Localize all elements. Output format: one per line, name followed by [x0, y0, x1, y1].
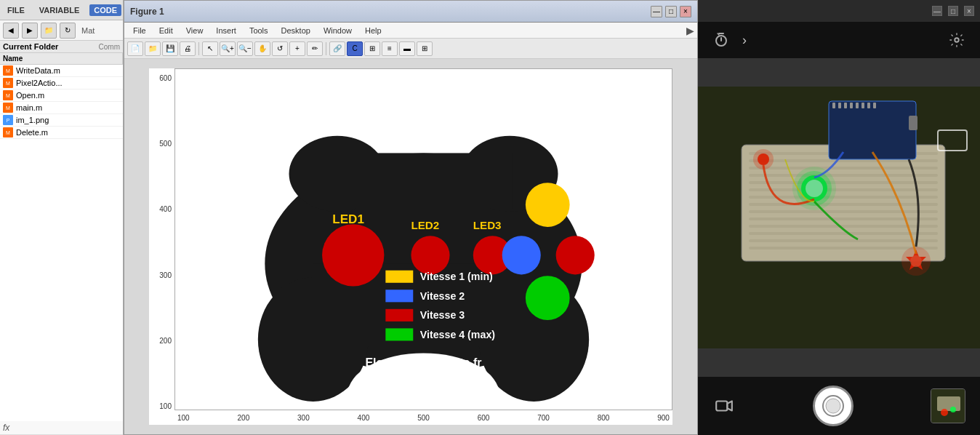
- name-col-header: Name: [0, 53, 123, 64]
- electronics-photo: [698, 58, 980, 377]
- y-label: 300: [159, 271, 172, 279]
- file-name: main.m: [16, 103, 42, 112]
- shutter-button[interactable]: [813, 386, 854, 426]
- img-file-icon: P: [3, 115, 13, 125]
- list-item[interactable]: M Pixel2Actio...: [0, 77, 123, 89]
- list-item[interactable]: P im_1.png: [0, 114, 123, 127]
- x-axis: 100 200 300 400 500 600 700 800 900: [174, 410, 672, 425]
- open-folder-button[interactable]: 📁: [41, 23, 57, 39]
- file-name: WriteData.m: [16, 66, 60, 75]
- grid-button[interactable]: ⊞: [417, 41, 433, 56]
- svg-point-28: [955, 38, 959, 42]
- svg-point-12: [526, 183, 570, 227]
- led3-label: LED3: [473, 219, 502, 231]
- x-label: 200: [238, 414, 250, 422]
- pan-button[interactable]: ✋: [254, 41, 270, 56]
- new-figure-button[interactable]: 📄: [127, 41, 143, 56]
- svg-rect-71: [937, 396, 960, 411]
- list-item[interactable]: M main.m: [0, 102, 123, 114]
- svg-point-13: [502, 236, 541, 274]
- current-folder-label: Current Folder: [3, 42, 58, 51]
- figure-canvas-area: 600 500 400 300 200 100: [124, 59, 697, 434]
- x-label: 100: [177, 414, 190, 422]
- arrow-tool-button[interactable]: ↖: [202, 41, 218, 56]
- minimize-button[interactable]: —: [651, 6, 662, 17]
- x-label: 400: [358, 414, 370, 422]
- refresh-button[interactable]: ↻: [60, 23, 76, 39]
- toggle-button[interactable]: ⊞: [364, 41, 380, 56]
- camera-top-bar: ›: [698, 22, 980, 58]
- tab-file[interactable]: FILE: [3, 4, 29, 16]
- figure-window: Figure 1 — □ × File Edit View Insert Too…: [124, 0, 698, 435]
- settings-button[interactable]: [945, 28, 968, 52]
- command-area-label: Comm: [99, 43, 120, 51]
- camera-titlebar: — □ ×: [698, 0, 980, 22]
- cam-minimize-button[interactable]: —: [932, 6, 942, 16]
- open-button[interactable]: 📁: [145, 41, 161, 56]
- svg-point-73: [950, 407, 956, 412]
- plot-area: LED1 LED2 LED3 Vitesse 1 (min) Vitesse 2…: [174, 68, 672, 425]
- forward-button[interactable]: ▶: [22, 23, 38, 39]
- x-label: 300: [297, 414, 310, 422]
- y-label: 200: [159, 337, 172, 345]
- menu-desktop[interactable]: Desktop: [276, 25, 316, 36]
- cam-close-button[interactable]: ×: [964, 6, 974, 16]
- color-button[interactable]: C: [347, 41, 363, 56]
- figure-titlebar: Figure 1 — □ ×: [124, 1, 697, 23]
- fx-label: fx: [3, 423, 9, 433]
- list-item[interactable]: M WriteData.m: [0, 65, 123, 77]
- list-item[interactable]: M Open.m: [0, 89, 123, 102]
- svg-point-14: [556, 236, 595, 274]
- menu-help[interactable]: Help: [359, 25, 387, 36]
- figure-menubar: File Edit View Insert Tools Desktop Wind…: [124, 23, 697, 39]
- close-button[interactable]: ×: [680, 6, 691, 17]
- matlab-panel: FILE VARIABLE CODE SIMUL ◀ ▶ 📁 ↻ Mat Cur…: [0, 0, 124, 435]
- svg-rect-6: [334, 153, 513, 208]
- colorbar-button[interactable]: ▬: [399, 41, 415, 56]
- file-list-header: Name: [0, 53, 123, 65]
- tab-variable[interactable]: VARIABLE: [35, 4, 84, 16]
- maximize-button[interactable]: □: [665, 6, 677, 17]
- menu-file[interactable]: File: [127, 25, 152, 36]
- svg-text:Vitesse 3: Vitesse 3: [420, 309, 465, 321]
- led1-label: LED1: [332, 212, 364, 226]
- svg-point-9: [322, 224, 384, 286]
- data-cursor-button[interactable]: +: [289, 41, 305, 56]
- brush-button[interactable]: ✏: [307, 41, 323, 56]
- x-label: 500: [417, 414, 430, 422]
- menu-window[interactable]: Window: [318, 25, 358, 36]
- expand-icon[interactable]: ▶: [686, 25, 694, 36]
- m-file-icon: M: [3, 90, 13, 100]
- separator: [326, 42, 326, 55]
- legend-button[interactable]: ≡: [382, 41, 398, 56]
- svg-point-10: [411, 236, 449, 274]
- video-icon-button[interactable]: [712, 394, 736, 418]
- m-file-icon: M: [3, 103, 13, 113]
- m-file-icon: M: [3, 78, 13, 88]
- zoom-out-button[interactable]: 🔍−: [237, 41, 253, 56]
- menu-view[interactable]: View: [180, 25, 209, 36]
- menu-edit[interactable]: Edit: [153, 25, 179, 36]
- timer-icon-button[interactable]: [710, 28, 733, 52]
- menu-tools[interactable]: Tools: [244, 25, 274, 36]
- svg-rect-67: [716, 402, 727, 411]
- x-label: 800: [598, 414, 610, 422]
- menu-insert[interactable]: Insert: [210, 25, 242, 36]
- save-button[interactable]: 💾: [162, 41, 178, 56]
- link-button[interactable]: 🔗: [329, 41, 345, 56]
- rotate-button[interactable]: ↺: [272, 41, 288, 56]
- cam-maximize-button[interactable]: □: [948, 6, 958, 16]
- x-label: 900: [657, 414, 670, 422]
- back-button[interactable]: ◀: [3, 23, 19, 39]
- tab-code[interactable]: CODE: [89, 4, 121, 16]
- arrow-right-button[interactable]: ›: [733, 28, 756, 52]
- m-file-icon: M: [3, 65, 13, 76]
- file-name: Delete.m: [16, 128, 48, 137]
- zoom-in-button[interactable]: 🔍+: [220, 41, 236, 56]
- svg-point-69: [826, 399, 840, 413]
- list-item[interactable]: M Delete.m: [0, 127, 123, 139]
- current-folder-header: Current Folder Comm: [0, 41, 123, 53]
- matlab-subtoolbar: ◀ ▶ 📁 ↻ Mat: [0, 20, 123, 41]
- print-button[interactable]: 🖨: [180, 41, 196, 56]
- photo-thumbnail[interactable]: [931, 388, 965, 423]
